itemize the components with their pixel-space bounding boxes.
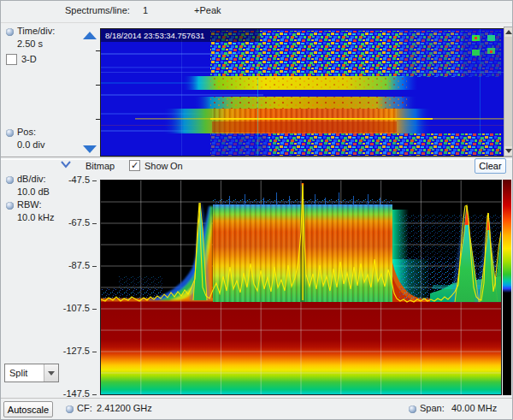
bitmap-title: Bitmap [86,161,115,171]
three-d-label: 3-D [21,54,37,64]
span-indicator-icon [409,405,416,413]
y-axis-tick-label: -107.5 [50,303,90,313]
status-divider [1,398,513,399]
rbw-label: RBW: [17,199,42,210]
display-mode-combobox[interactable]: Split [4,364,59,382]
y-axis-tick-label: -47.5 [50,175,90,185]
db-div-indicator-icon [6,176,14,184]
spectrogram-timestamp: 8/18/2014 23:53:34.757631 [105,31,204,40]
pos-indicator-icon [6,129,14,137]
top-divider [1,22,513,23]
spectrogram-top-marker-icon[interactable] [83,32,97,39]
detector-mode-value[interactable]: +Peak [194,5,221,15]
combobox-chevron-down-icon[interactable] [44,364,58,382]
spectrogram-canvas: 8/18/2014 23:53:34.757631 [101,29,504,156]
spectrums-per-line-label: Spectrums/line: [65,5,130,15]
y-axis-tick [92,180,97,181]
pos-label: Pos: [17,127,36,137]
y-axis-tick-label: -127.5 [50,346,90,356]
spectrogram-scrollbar[interactable] [504,27,513,157]
y-axis-tick [92,266,97,267]
y-axis-tick-label: -87.5 [50,260,90,270]
density-colorbar [503,180,511,395]
scroll-down-icon[interactable] [504,146,513,156]
bitmap-display[interactable] [100,180,502,395]
spectrogram-display[interactable]: 8/18/2014 23:53:34.757631 [100,28,504,157]
db-div-label: dB/div: [17,174,46,184]
show-label: Show [144,161,168,171]
pos-value[interactable]: 0.0 div [17,139,44,150]
rbw-indicator-icon [6,202,14,210]
scroll-up-icon[interactable] [504,27,513,37]
cf-indicator-icon [66,405,74,413]
cf-label: CF: [77,403,92,413]
y-axis-tick [92,394,97,395]
y-axis-tick-label: -67.5 [50,217,90,228]
cf-value[interactable]: 2.41200 GHz [97,403,152,413]
time-div-label: Time/div: [17,26,55,36]
span-label: Span: [420,403,445,413]
y-axis-tick [92,309,97,310]
time-div-indicator-icon [6,28,14,36]
bitmap-canvas [101,180,501,394]
time-div-value[interactable]: 2.50 s [17,38,43,49]
span-value[interactable]: 40.00 MHz [451,403,497,413]
db-div-value[interactable]: 10.0 dB [17,186,50,197]
show-checkbox[interactable]: ✓ [129,160,140,171]
show-state-value: On [170,161,183,171]
rbw-value[interactable]: 10.0 kHz [17,212,54,222]
spectrums-per-line-value[interactable]: 1 [143,5,148,15]
y-axis-tick [92,223,97,224]
three-d-checkbox[interactable] [6,54,17,65]
spectrum-analyzer-window: Spectrums/line: 1 +Peak Time/div: 2.50 s… [0,0,513,420]
clear-button[interactable]: Clear [475,158,506,174]
panel-divider [1,157,513,160]
collapse-chevron-down-icon[interactable] [60,160,72,169]
spectrogram-bottom-marker-icon[interactable] [83,145,97,153]
autoscale-button[interactable]: Autoscale [3,401,53,417]
y-axis-tick [92,352,97,352]
